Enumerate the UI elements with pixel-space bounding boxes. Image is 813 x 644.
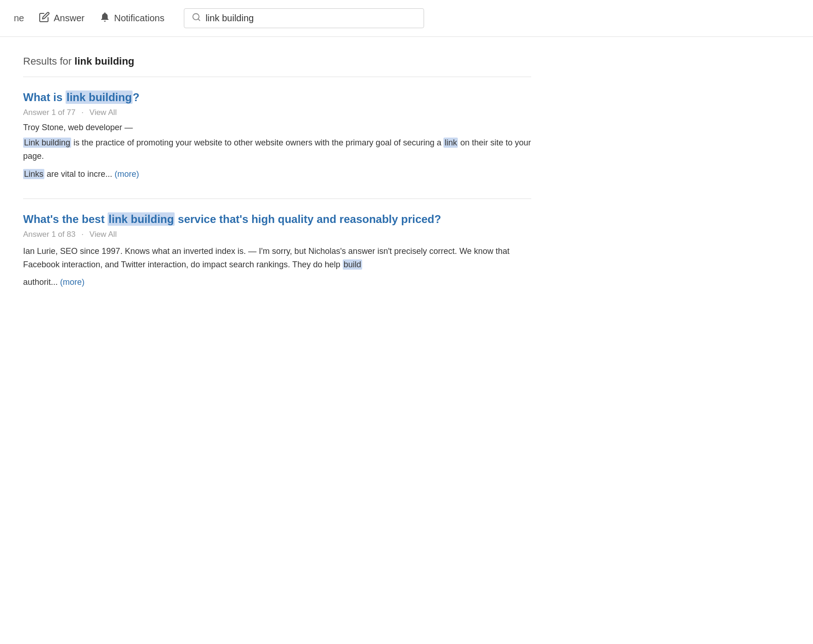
main-content: Results for link building What is link b… — [0, 37, 554, 321]
result-body-1: Link building is the practice of promoti… — [23, 136, 531, 163]
result-link-1[interactable]: What is link building? — [23, 90, 140, 104]
answer-nav-item[interactable]: Answer — [39, 12, 85, 25]
highlight-links-1: Links — [23, 169, 44, 179]
pencil-icon — [39, 12, 50, 25]
meta-dot-1: · — [81, 108, 84, 117]
result-author-1: Troy Stone, web developer — — [23, 123, 531, 132]
svg-line-1 — [198, 19, 200, 21]
home-label: ne — [14, 13, 24, 24]
notifications-nav-item[interactable]: Notifications — [99, 12, 164, 25]
result-item-1: What is link building? Answer 1 of 77 · … — [23, 90, 531, 195]
more-link-1[interactable]: (more) — [115, 169, 139, 179]
answer-count-2: Answer 1 of 83 — [23, 230, 75, 239]
more-link-2[interactable]: (more) — [60, 277, 85, 287]
result-link-2[interactable]: What's the best link building service th… — [23, 212, 441, 226]
meta-dot-2: · — [81, 230, 84, 239]
result-more-2: authorit... (more) — [23, 276, 531, 289]
highlight-build-2: build — [343, 259, 362, 270]
bell-icon — [99, 12, 110, 25]
search-container[interactable] — [184, 8, 424, 28]
answer-label: Answer — [54, 13, 85, 24]
highlight-link-building-title-2: link building — [108, 212, 175, 226]
mid-divider — [23, 199, 531, 199]
view-all-2[interactable]: View All — [90, 230, 117, 239]
result-title-2[interactable]: What's the best link building service th… — [23, 212, 531, 226]
result-meta-2: Answer 1 of 83 · View All — [23, 230, 531, 239]
result-more-1: Links are vital to incre... (more) — [23, 168, 531, 181]
top-divider — [23, 77, 531, 77]
notifications-label: Notifications — [114, 13, 164, 24]
search-icon — [192, 12, 201, 24]
highlight-link-building-1: link building — [66, 90, 133, 104]
highlight-link-building-body-1: Link building — [23, 138, 71, 148]
result-meta-1: Answer 1 of 77 · View All — [23, 108, 531, 117]
answer-count-1: Answer 1 of 77 — [23, 108, 75, 117]
header: ne Answer Notifications — [0, 0, 813, 37]
result-body-2: Ian Lurie, SEO since 1997. Knows what an… — [23, 245, 531, 271]
result-item-2: What's the best link building service th… — [23, 212, 531, 303]
view-all-1[interactable]: View All — [90, 108, 117, 117]
search-query-bold: link building — [74, 55, 134, 67]
result-title-1[interactable]: What is link building? — [23, 90, 531, 104]
results-header: Results for link building — [23, 55, 531, 67]
highlight-link-1: link — [443, 138, 458, 148]
search-input[interactable] — [206, 13, 416, 24]
